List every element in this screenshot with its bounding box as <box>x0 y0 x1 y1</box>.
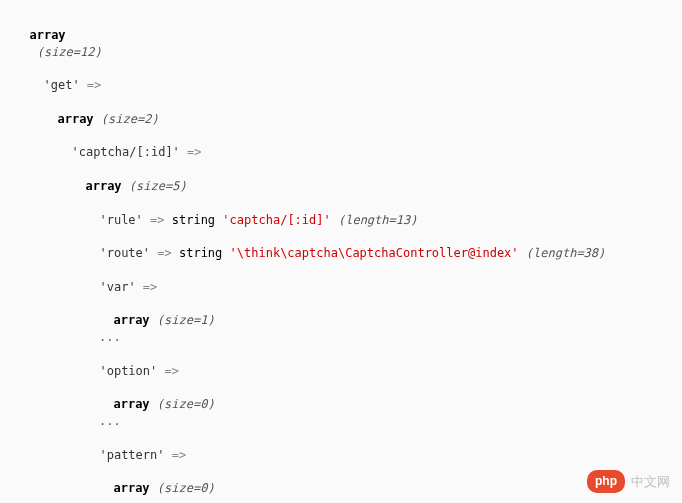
captcha-var-key: 'var' => <box>15 262 667 296</box>
dump-root: array (size=12) <box>15 10 667 60</box>
captcha-array: array (size=5) <box>15 161 667 195</box>
ellipsis: ... <box>15 329 667 346</box>
key-captcha: 'captcha/[:id]' => <box>15 128 667 162</box>
captcha-rule: 'rule' => string 'captcha/[:id]' (length… <box>15 195 667 229</box>
key-get: 'get' => <box>15 60 667 94</box>
captcha-pattern-key: 'pattern' => <box>15 430 667 464</box>
captcha-var-array: array (size=1) <box>15 296 667 330</box>
ellipsis: ... <box>15 413 667 430</box>
keyword-array: array <box>29 28 65 42</box>
watermark-badge: php <box>587 470 625 493</box>
get-array: array (size=2) <box>15 94 667 128</box>
captcha-route: 'route' => string '\think\captcha\Captch… <box>15 228 667 262</box>
size-annotation: (size=12) <box>29 45 101 59</box>
captcha-option-key: 'option' => <box>15 346 667 380</box>
ellipsis: ... <box>15 497 667 503</box>
watermark: php 中文网 <box>587 470 670 493</box>
watermark-text: 中文网 <box>631 473 670 491</box>
captcha-pattern-array: array (size=0) <box>15 464 667 498</box>
captcha-option-array: array (size=0) <box>15 380 667 414</box>
